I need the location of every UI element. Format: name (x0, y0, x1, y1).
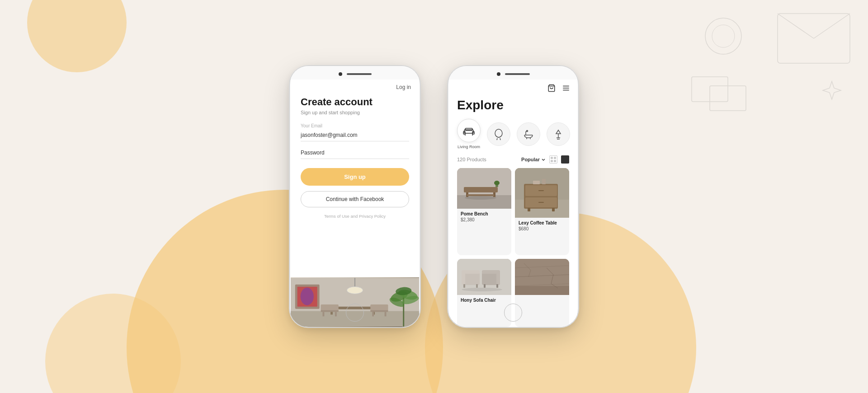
signup-topbar: Log in (291, 80, 419, 93)
svg-rect-68 (533, 181, 540, 184)
sort-dropdown[interactable]: Popular (521, 157, 546, 162)
login-link[interactable]: Log in (396, 84, 411, 90)
phone-home-button-1[interactable] (346, 304, 364, 322)
bg-sketch-decoration (687, 9, 859, 122)
svg-rect-20 (321, 304, 339, 310)
terms-text: Terms of Use and Privacy Policy (301, 214, 409, 219)
bath-icon-wrap (517, 122, 540, 146)
cart-icon[interactable] (547, 84, 556, 94)
sort-label: Popular (521, 157, 540, 162)
grid-view-solid-button[interactable] (561, 155, 569, 164)
filter-row: 120 Products Popular (449, 155, 577, 168)
svg-point-13 (347, 287, 363, 294)
svg-point-83 (462, 288, 502, 291)
email-label: Your Email (301, 123, 409, 128)
product-price-pome-bench: $2,380 (461, 217, 508, 222)
svg-rect-18 (323, 312, 325, 317)
signup-button[interactable]: Sign up (301, 168, 409, 186)
svg-point-11 (301, 288, 314, 305)
explore-topbar (449, 80, 577, 96)
facebook-button[interactable]: Continue with Facebook (301, 191, 409, 207)
svg-rect-66 (538, 190, 544, 191)
svg-line-1 (778, 14, 814, 38)
signup-content: Create account Sign up and start shoppin… (291, 93, 419, 277)
svg-point-59 (494, 181, 500, 185)
svg-rect-79 (463, 284, 465, 288)
svg-rect-88 (515, 286, 569, 295)
svg-rect-57 (467, 194, 494, 196)
phone-signup: Log in Create account Sign up and start … (289, 66, 420, 328)
living-room-label: Living Room (458, 145, 480, 149)
pome-bench-image (457, 168, 511, 209)
svg-point-45 (527, 130, 528, 131)
svg-line-42 (497, 138, 497, 140)
products-count: 120 Products (457, 157, 486, 162)
svg-rect-75 (462, 272, 465, 285)
chair-icon-wrap (487, 122, 510, 146)
phones-container: Log in Create account Sign up and start … (289, 66, 579, 328)
product-info-lexy: Lexy Coffee Table $680 (515, 218, 569, 235)
email-input[interactable] (301, 130, 409, 141)
filter-right: Popular (521, 155, 569, 164)
category-living-room[interactable]: Living Room (457, 119, 481, 149)
svg-rect-78 (496, 272, 500, 285)
product-card-fourth[interactable] (515, 259, 569, 328)
fourth-product-image (515, 259, 569, 295)
product-card-lexy[interactable]: Lexy Coffee Table $680 (515, 168, 569, 255)
svg-rect-81 (484, 284, 486, 288)
svg-line-2 (814, 14, 850, 38)
menu-icon[interactable] (562, 84, 570, 94)
signup-title: Create account (301, 96, 409, 108)
phone-home-button-2[interactable] (504, 304, 522, 322)
product-info-pome-bench: Pome Bench $2,380 (457, 209, 511, 226)
svg-rect-70 (528, 208, 530, 211)
svg-point-4 (712, 25, 735, 47)
product-card-pome-bench[interactable]: Pome Bench $2,380 (457, 168, 511, 255)
product-name-hony: Hony Sofa Chair (461, 298, 508, 303)
signup-subtitle: Sign up and start shopping (301, 110, 409, 115)
lexy-coffee-image (515, 168, 569, 218)
svg-rect-82 (496, 284, 498, 288)
hony-sofa-image (457, 259, 511, 295)
phone-camera-1 (339, 72, 342, 76)
living-room-icon-wrap (457, 119, 481, 142)
svg-rect-71 (552, 208, 555, 211)
svg-rect-67 (538, 202, 544, 203)
svg-line-43 (500, 138, 500, 140)
phone-top-bar-2 (448, 66, 578, 80)
signup-screen: Log in Create account Sign up and start … (291, 80, 419, 327)
phone-camera-2 (497, 72, 500, 76)
svg-rect-22 (372, 312, 374, 317)
category-lamp[interactable] (547, 122, 570, 146)
explore-title: Explore (449, 96, 577, 119)
password-label: Password (301, 148, 409, 159)
svg-point-3 (705, 18, 741, 54)
explore-screen: Explore (449, 80, 577, 327)
svg-rect-19 (335, 312, 337, 317)
svg-rect-69 (542, 179, 546, 184)
category-row: Living Room (449, 119, 577, 155)
category-bath[interactable] (517, 122, 540, 146)
phone-explore: Explore (448, 66, 579, 328)
product-info-hony: Hony Sofa Chair (457, 295, 511, 307)
svg-rect-54 (464, 187, 498, 192)
svg-rect-24 (370, 304, 388, 310)
svg-rect-23 (385, 312, 387, 317)
phone-speaker-2 (505, 73, 530, 75)
svg-rect-80 (476, 284, 478, 288)
product-card-hony[interactable]: Hony Sofa Chair (457, 259, 511, 328)
product-price-lexy: $680 (519, 226, 566, 231)
product-name-lexy: Lexy Coffee Table (519, 220, 566, 225)
bg-decoration-circle-top-left (27, 0, 127, 72)
phone-speaker-1 (347, 73, 372, 75)
phone-top-bar-1 (290, 66, 420, 80)
svg-point-60 (465, 196, 496, 200)
product-name-pome-bench: Pome Bench (461, 211, 508, 216)
category-chair[interactable] (487, 122, 510, 146)
lamp-icon-wrap (547, 122, 570, 146)
grid-view-outline-button[interactable] (549, 155, 557, 164)
